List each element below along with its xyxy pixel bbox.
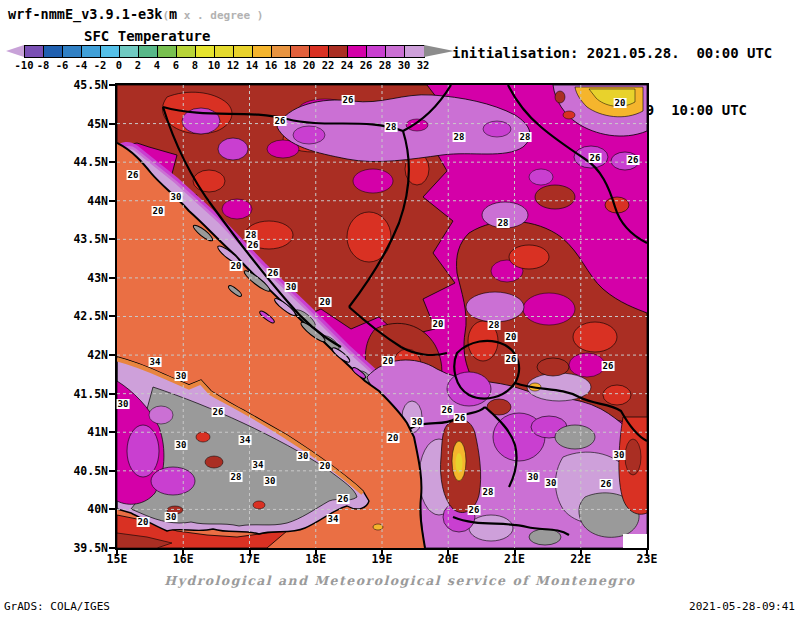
colorbar-segment bbox=[405, 46, 424, 57]
field-title: SFC Temperature bbox=[84, 28, 210, 44]
colorbar-segment bbox=[120, 46, 139, 57]
y-axis-label: 45N bbox=[62, 117, 108, 131]
colorbar-tick-label: 22 bbox=[322, 59, 335, 71]
contour-label: 30 bbox=[175, 440, 188, 450]
colorbar-tick-label: 12 bbox=[227, 59, 240, 71]
colorbar-tick-label: 6 bbox=[173, 59, 179, 71]
contour-label: 26 bbox=[247, 240, 260, 250]
contour-label: 30 bbox=[165, 512, 178, 522]
contour-label: 28 bbox=[453, 132, 466, 142]
contour-label: 30 bbox=[264, 476, 277, 486]
colorbar-tick-label: -8 bbox=[37, 59, 50, 71]
contour-label: 28 bbox=[488, 320, 501, 330]
contour-label: 20 bbox=[432, 319, 445, 329]
contour-label: 26 bbox=[602, 361, 615, 371]
colorbar-tick-label: -10 bbox=[15, 59, 34, 71]
contour-label: 26 bbox=[274, 116, 287, 126]
colorbar-segment bbox=[215, 46, 234, 57]
contour-label: 20 bbox=[152, 206, 165, 216]
y-axis-label: 43N bbox=[62, 271, 108, 285]
y-axis-label: 41N bbox=[62, 425, 108, 439]
colorbar-tick-label: -6 bbox=[56, 59, 69, 71]
colorbar-segment bbox=[25, 46, 44, 57]
colorbar-segment bbox=[253, 46, 272, 57]
contour-label: 20 bbox=[319, 297, 332, 307]
contour-label: 26 bbox=[600, 479, 613, 489]
map-area: 2626282828202626263020282628202630202028… bbox=[115, 83, 649, 550]
colorbar-segment bbox=[139, 46, 158, 57]
colorbar-tick-label: 24 bbox=[341, 59, 354, 71]
contour-label: 20 bbox=[505, 332, 518, 342]
colorbar-tick-label: 28 bbox=[379, 59, 392, 71]
y-axis-label: 42.5N bbox=[62, 309, 108, 323]
creation-timestamp: 2021-05-28-09:41 bbox=[689, 600, 795, 613]
contour-label: 34 bbox=[252, 460, 265, 470]
colorbar-segment bbox=[82, 46, 101, 57]
colorbar-segment bbox=[44, 46, 63, 57]
y-axis-label: 41.5N bbox=[62, 387, 108, 401]
y-axis-label: 40.5N bbox=[62, 464, 108, 478]
contour-label: 30 bbox=[527, 472, 540, 482]
colorbar-tick-label: -2 bbox=[94, 59, 107, 71]
contour-label: 26 bbox=[627, 155, 640, 165]
x-axis-tick bbox=[447, 550, 449, 556]
contour-label: 30 bbox=[613, 450, 626, 460]
contour-label: 28 bbox=[482, 487, 495, 497]
x-axis-tick bbox=[315, 550, 317, 556]
contour-label: 28 bbox=[519, 132, 532, 142]
colorbar-tick-label: 16 bbox=[265, 59, 278, 71]
colorbar-over-range-arrow bbox=[424, 45, 454, 57]
colorbar-segments bbox=[24, 45, 425, 58]
colorbar-segment bbox=[177, 46, 196, 57]
colorbar-tick-label: 20 bbox=[303, 59, 316, 71]
x-axis-tick bbox=[182, 550, 184, 556]
contour-label: 28 bbox=[230, 472, 243, 482]
colorbar-segment bbox=[386, 46, 405, 57]
y-axis-label: 45.5N bbox=[62, 78, 108, 92]
contour-label: 20 bbox=[319, 461, 332, 471]
contour-label: 28 bbox=[385, 122, 398, 132]
contour-label: 20 bbox=[137, 517, 150, 527]
colorbar-segment bbox=[329, 46, 348, 57]
contour-label: 26 bbox=[505, 354, 518, 364]
contour-label: 26 bbox=[468, 505, 481, 515]
contour-label: 26 bbox=[212, 407, 225, 417]
grads-credit: GrADS: COLA/IGES bbox=[4, 600, 110, 613]
y-axis-label: 44.5N bbox=[62, 155, 108, 169]
colorbar-tick-label: 4 bbox=[154, 59, 160, 71]
x-axis-tick bbox=[646, 550, 648, 556]
y-axis-label: 44N bbox=[62, 194, 108, 208]
contour-label: 26 bbox=[454, 413, 467, 423]
contour-label: 28 bbox=[497, 218, 510, 228]
grads-plot: wrf-nmmE_v3.9.1-e3k(m x . degree ) initi… bbox=[0, 0, 800, 618]
colorbar-tick-label: 26 bbox=[360, 59, 373, 71]
colorbar-tick-label: 10 bbox=[208, 59, 221, 71]
contour-label: 26 bbox=[441, 405, 454, 415]
x-axis-tick bbox=[580, 550, 582, 556]
colorbar-segment bbox=[367, 46, 386, 57]
initialisation-line: initialisation: 2021.05.28. 00:00 UTC bbox=[452, 44, 772, 63]
colorbar-tick-label: 32 bbox=[417, 59, 430, 71]
contour-label: 26 bbox=[267, 268, 280, 278]
contour-label: 30 bbox=[175, 371, 188, 381]
contour-label: 34 bbox=[239, 435, 252, 445]
contour-label: 28 bbox=[245, 230, 258, 240]
contour-label: 30 bbox=[545, 478, 558, 488]
colorbar-segment bbox=[272, 46, 291, 57]
contour-label: 26 bbox=[342, 95, 355, 105]
contour-label: 26 bbox=[127, 170, 140, 180]
model-title-main: wrf-nmmE_v3.9.1-e3k bbox=[8, 6, 162, 22]
contour-label: 26 bbox=[589, 153, 602, 163]
contour-label: 34 bbox=[327, 514, 340, 524]
contour-label: 34 bbox=[149, 357, 162, 367]
colorbar-segment bbox=[196, 46, 215, 57]
contour-label: 30 bbox=[117, 399, 130, 409]
contour-label: 26 bbox=[337, 494, 350, 504]
y-axis-label: 43.5N bbox=[62, 232, 108, 246]
contour-label: 30 bbox=[297, 451, 310, 461]
y-axis-label: 40N bbox=[62, 502, 108, 516]
colorbar-tick-label: 0 bbox=[116, 59, 122, 71]
colorbar-segment bbox=[310, 46, 329, 57]
colorbar-tick-label: 18 bbox=[284, 59, 297, 71]
colorbar-segment bbox=[348, 46, 367, 57]
